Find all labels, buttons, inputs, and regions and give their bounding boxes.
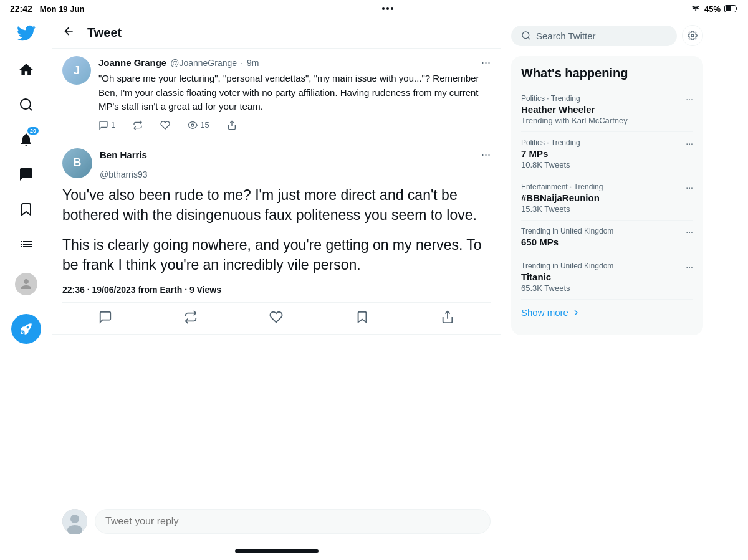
- svg-point-10: [691, 34, 694, 37]
- reply-area: [52, 501, 501, 541]
- joanne-view-count: 15: [200, 120, 209, 130]
- trend-more-2[interactable]: ···: [686, 183, 693, 192]
- joanne-handle[interactable]: @JoanneGrange: [170, 58, 237, 68]
- settings-button[interactable]: [682, 25, 703, 46]
- whats-happening-box: What's happening Politics · Trending Hea…: [511, 56, 703, 335]
- joanne-retweet-action[interactable]: [133, 120, 143, 130]
- sidebar-item-bookmarks[interactable]: [11, 194, 41, 224]
- trend-category-4: Trending in United Kingdom: [521, 262, 693, 270]
- main-tweet-actions: [62, 302, 491, 324]
- ben-like-action[interactable]: [269, 310, 283, 324]
- trend-category-0: Politics · Trending: [521, 94, 693, 103]
- ben-date: 19/06/2023: [92, 285, 135, 295]
- sidebar-item-profile[interactable]: [11, 269, 41, 299]
- reply-input[interactable]: [95, 509, 491, 534]
- trend-extra-0: Trending with Karl McCartney: [521, 116, 693, 125]
- ben-more-button[interactable]: ···: [481, 148, 491, 161]
- svg-point-2: [21, 99, 31, 109]
- date: Mon 19 Jun: [40, 4, 85, 14]
- trend-count-4: 65.3K Tweets: [521, 283, 693, 293]
- ben-view-count: 9: [189, 285, 194, 295]
- trend-category-3: Trending in United Kingdom: [521, 227, 693, 235]
- ben-time: 22:36: [62, 285, 85, 295]
- joanne-reply-action[interactable]: 1: [98, 120, 115, 130]
- ben-source: from Earth: [138, 285, 182, 295]
- battery-text: 45%: [704, 4, 721, 14]
- trend-category-2: Entertainment · Trending: [521, 183, 693, 191]
- status-dots: [382, 7, 393, 10]
- trend-name-4: Titanic: [521, 272, 693, 282]
- trend-item-0[interactable]: Politics · Trending Heather Wheeler Tren…: [521, 88, 693, 132]
- trend-name-0: Heather Wheeler: [521, 104, 693, 115]
- trend-count-2: 15.3K Tweets: [521, 204, 693, 214]
- chevron-right-icon: [571, 308, 581, 318]
- trend-category-1: Politics · Trending: [521, 138, 693, 147]
- center-column: Tweet J Joanne Grange @JoanneGrange · 9m: [52, 17, 501, 560]
- main-tweet: B Ben Harris ··· @btharris93: [52, 138, 501, 335]
- status-bar: 22:42 Mon 19 Jun 45%: [0, 0, 748, 17]
- time: 22:42: [10, 4, 32, 14]
- trend-name-1: 7 MPs: [521, 148, 693, 159]
- search-icon: [521, 31, 531, 40]
- search-bar[interactable]: [511, 26, 677, 46]
- svg-point-7: [70, 515, 79, 523]
- ben-name[interactable]: Ben Harris: [100, 149, 147, 160]
- user-avatar: [62, 509, 87, 534]
- trend-name-3: 650 MPs: [521, 237, 693, 247]
- compose-button[interactable]: [11, 314, 41, 344]
- twitter-logo[interactable]: [17, 24, 36, 45]
- sidebar-item-messages[interactable]: [11, 159, 41, 189]
- right-sidebar: What's happening Politics · Trending Hea…: [501, 17, 713, 560]
- trend-more-3[interactable]: ···: [686, 227, 693, 237]
- trend-count-1: 10.8K Tweets: [521, 160, 693, 169]
- svg-point-3: [191, 124, 194, 126]
- sidebar-item-home[interactable]: [11, 55, 41, 85]
- joanne-tweet-content: Joanne Grange @JoanneGrange · 9m ··· "Oh…: [98, 56, 491, 130]
- ben-handle[interactable]: @btharris93: [100, 169, 147, 179]
- page-title: Tweet: [87, 26, 122, 40]
- sidebar-item-search[interactable]: [11, 90, 41, 120]
- ben-tweet-meta: 22:36 · 19/06/2023 from Earth · 9 Views: [62, 285, 491, 295]
- ben-reply-action[interactable]: [98, 310, 112, 324]
- joanne-name[interactable]: Joanne Grange: [98, 57, 166, 68]
- show-more-link[interactable]: Show more: [521, 300, 693, 325]
- trend-item-3[interactable]: Trending in United Kingdom 650 MPs ···: [521, 221, 693, 255]
- trend-item-1[interactable]: Politics · Trending 7 MPs 10.8K Tweets ·…: [521, 132, 693, 176]
- ben-view-label: Views: [197, 285, 221, 295]
- joanne-views-action[interactable]: 15: [188, 120, 209, 130]
- joanne-like-action[interactable]: [160, 120, 170, 130]
- settings-icon: [688, 31, 698, 40]
- joanne-avatar[interactable]: J: [62, 56, 91, 85]
- trend-item-2[interactable]: Entertainment · Trending #BBNaijaReunion…: [521, 176, 693, 221]
- joanne-more-button[interactable]: ···: [481, 56, 491, 69]
- trend-item-4[interactable]: Trending in United Kingdom Titanic 65.3K…: [521, 255, 693, 300]
- tweets-area: J Joanne Grange @JoanneGrange · 9m ··· "…: [52, 49, 501, 501]
- sidebar: 20: [0, 17, 52, 560]
- sidebar-item-lists[interactable]: [11, 229, 41, 259]
- ben-bookmark-action[interactable]: [355, 310, 369, 324]
- sidebar-item-notifications[interactable]: 20: [11, 125, 41, 154]
- joanne-time: 9m: [247, 58, 259, 68]
- trend-more-0[interactable]: ···: [686, 94, 693, 104]
- svg-rect-1: [726, 6, 731, 11]
- home-indicator: [52, 541, 501, 560]
- joanne-dot: ·: [241, 58, 243, 68]
- joanne-body: "Oh spare me your lecturing", "personal …: [98, 72, 491, 114]
- search-input[interactable]: [536, 31, 667, 41]
- tweet-header: Tweet: [52, 17, 501, 49]
- ben-retweet-action[interactable]: [184, 310, 198, 324]
- wifi-icon: [691, 5, 701, 12]
- back-button[interactable]: [62, 25, 75, 40]
- trend-more-1[interactable]: ···: [686, 138, 693, 148]
- ben-share-action[interactable]: [441, 310, 454, 324]
- whats-happening-title: What's happening: [521, 66, 693, 80]
- ben-body1: You've also been rude to me? I'm just mo…: [62, 185, 491, 225]
- trend-more-4[interactable]: ···: [686, 262, 693, 272]
- notification-badge: 20: [27, 127, 39, 135]
- svg-point-9: [522, 32, 529, 39]
- trend-name-2: #BBNaijaReunion: [521, 192, 693, 203]
- indicators: 45%: [691, 4, 738, 14]
- joanne-share-action[interactable]: [227, 120, 237, 130]
- ben-avatar[interactable]: B: [62, 148, 92, 178]
- home-bar: [235, 549, 319, 553]
